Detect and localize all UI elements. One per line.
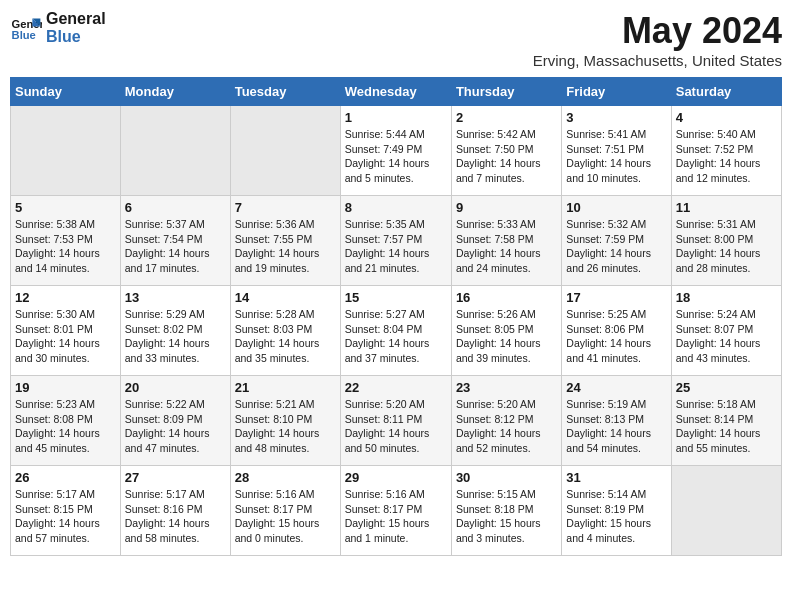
main-title: May 2024 (533, 10, 782, 52)
table-row: 5Sunrise: 5:38 AM Sunset: 7:53 PM Daylig… (11, 196, 121, 286)
day-number: 10 (566, 200, 666, 215)
table-row: 8Sunrise: 5:35 AM Sunset: 7:57 PM Daylig… (340, 196, 451, 286)
table-row: 15Sunrise: 5:27 AM Sunset: 8:04 PM Dayli… (340, 286, 451, 376)
table-row: 14Sunrise: 5:28 AM Sunset: 8:03 PM Dayli… (230, 286, 340, 376)
day-number: 13 (125, 290, 226, 305)
day-number: 1 (345, 110, 447, 125)
day-number: 29 (345, 470, 447, 485)
day-number: 19 (15, 380, 116, 395)
col-header-sunday: Sunday (11, 78, 121, 106)
table-row: 4Sunrise: 5:40 AM Sunset: 7:52 PM Daylig… (671, 106, 781, 196)
table-row: 7Sunrise: 5:36 AM Sunset: 7:55 PM Daylig… (230, 196, 340, 286)
day-number: 26 (15, 470, 116, 485)
day-number: 21 (235, 380, 336, 395)
day-info: Sunrise: 5:25 AM Sunset: 8:06 PM Dayligh… (566, 307, 666, 366)
day-info: Sunrise: 5:41 AM Sunset: 7:51 PM Dayligh… (566, 127, 666, 186)
day-number: 22 (345, 380, 447, 395)
day-info: Sunrise: 5:30 AM Sunset: 8:01 PM Dayligh… (15, 307, 116, 366)
day-number: 30 (456, 470, 557, 485)
day-number: 5 (15, 200, 116, 215)
table-row: 31Sunrise: 5:14 AM Sunset: 8:19 PM Dayli… (562, 466, 671, 556)
day-info: Sunrise: 5:23 AM Sunset: 8:08 PM Dayligh… (15, 397, 116, 456)
table-row (120, 106, 230, 196)
table-row: 3Sunrise: 5:41 AM Sunset: 7:51 PM Daylig… (562, 106, 671, 196)
title-area: May 2024 Erving, Massachusetts, United S… (533, 10, 782, 69)
day-number: 31 (566, 470, 666, 485)
table-row (11, 106, 121, 196)
svg-text:Blue: Blue (12, 29, 36, 41)
day-info: Sunrise: 5:22 AM Sunset: 8:09 PM Dayligh… (125, 397, 226, 456)
day-info: Sunrise: 5:33 AM Sunset: 7:58 PM Dayligh… (456, 217, 557, 276)
day-info: Sunrise: 5:20 AM Sunset: 8:11 PM Dayligh… (345, 397, 447, 456)
table-row: 1Sunrise: 5:44 AM Sunset: 7:49 PM Daylig… (340, 106, 451, 196)
logo: General Blue General Blue (10, 10, 106, 45)
day-info: Sunrise: 5:31 AM Sunset: 8:00 PM Dayligh… (676, 217, 777, 276)
day-info: Sunrise: 5:32 AM Sunset: 7:59 PM Dayligh… (566, 217, 666, 276)
col-header-wednesday: Wednesday (340, 78, 451, 106)
day-number: 27 (125, 470, 226, 485)
day-info: Sunrise: 5:27 AM Sunset: 8:04 PM Dayligh… (345, 307, 447, 366)
day-info: Sunrise: 5:19 AM Sunset: 8:13 PM Dayligh… (566, 397, 666, 456)
table-row: 19Sunrise: 5:23 AM Sunset: 8:08 PM Dayli… (11, 376, 121, 466)
col-header-saturday: Saturday (671, 78, 781, 106)
table-row: 30Sunrise: 5:15 AM Sunset: 8:18 PM Dayli… (451, 466, 561, 556)
day-number: 2 (456, 110, 557, 125)
table-row: 28Sunrise: 5:16 AM Sunset: 8:17 PM Dayli… (230, 466, 340, 556)
day-info: Sunrise: 5:14 AM Sunset: 8:19 PM Dayligh… (566, 487, 666, 546)
calendar-table: SundayMondayTuesdayWednesdayThursdayFrid… (10, 77, 782, 556)
logo-line1: General (46, 10, 106, 28)
table-row: 12Sunrise: 5:30 AM Sunset: 8:01 PM Dayli… (11, 286, 121, 376)
subtitle: Erving, Massachusetts, United States (533, 52, 782, 69)
table-row: 17Sunrise: 5:25 AM Sunset: 8:06 PM Dayli… (562, 286, 671, 376)
day-info: Sunrise: 5:20 AM Sunset: 8:12 PM Dayligh… (456, 397, 557, 456)
table-row: 6Sunrise: 5:37 AM Sunset: 7:54 PM Daylig… (120, 196, 230, 286)
table-row: 9Sunrise: 5:33 AM Sunset: 7:58 PM Daylig… (451, 196, 561, 286)
table-row: 27Sunrise: 5:17 AM Sunset: 8:16 PM Dayli… (120, 466, 230, 556)
day-info: Sunrise: 5:16 AM Sunset: 8:17 PM Dayligh… (235, 487, 336, 546)
logo-icon: General Blue (10, 12, 42, 44)
day-number: 28 (235, 470, 336, 485)
table-row: 26Sunrise: 5:17 AM Sunset: 8:15 PM Dayli… (11, 466, 121, 556)
day-info: Sunrise: 5:36 AM Sunset: 7:55 PM Dayligh… (235, 217, 336, 276)
day-number: 7 (235, 200, 336, 215)
day-number: 16 (456, 290, 557, 305)
col-header-thursday: Thursday (451, 78, 561, 106)
day-number: 11 (676, 200, 777, 215)
day-number: 9 (456, 200, 557, 215)
day-number: 17 (566, 290, 666, 305)
col-header-friday: Friday (562, 78, 671, 106)
header: General Blue General Blue May 2024 Ervin… (10, 10, 782, 69)
table-row: 25Sunrise: 5:18 AM Sunset: 8:14 PM Dayli… (671, 376, 781, 466)
day-info: Sunrise: 5:21 AM Sunset: 8:10 PM Dayligh… (235, 397, 336, 456)
table-row: 20Sunrise: 5:22 AM Sunset: 8:09 PM Dayli… (120, 376, 230, 466)
day-info: Sunrise: 5:16 AM Sunset: 8:17 PM Dayligh… (345, 487, 447, 546)
day-number: 4 (676, 110, 777, 125)
col-header-tuesday: Tuesday (230, 78, 340, 106)
day-number: 8 (345, 200, 447, 215)
table-row: 11Sunrise: 5:31 AM Sunset: 8:00 PM Dayli… (671, 196, 781, 286)
table-row: 2Sunrise: 5:42 AM Sunset: 7:50 PM Daylig… (451, 106, 561, 196)
day-number: 18 (676, 290, 777, 305)
day-info: Sunrise: 5:28 AM Sunset: 8:03 PM Dayligh… (235, 307, 336, 366)
day-info: Sunrise: 5:38 AM Sunset: 7:53 PM Dayligh… (15, 217, 116, 276)
day-info: Sunrise: 5:15 AM Sunset: 8:18 PM Dayligh… (456, 487, 557, 546)
day-info: Sunrise: 5:24 AM Sunset: 8:07 PM Dayligh… (676, 307, 777, 366)
day-number: 12 (15, 290, 116, 305)
table-row: 16Sunrise: 5:26 AM Sunset: 8:05 PM Dayli… (451, 286, 561, 376)
table-row: 18Sunrise: 5:24 AM Sunset: 8:07 PM Dayli… (671, 286, 781, 376)
day-info: Sunrise: 5:26 AM Sunset: 8:05 PM Dayligh… (456, 307, 557, 366)
day-number: 23 (456, 380, 557, 395)
day-number: 24 (566, 380, 666, 395)
table-row: 10Sunrise: 5:32 AM Sunset: 7:59 PM Dayli… (562, 196, 671, 286)
day-info: Sunrise: 5:37 AM Sunset: 7:54 PM Dayligh… (125, 217, 226, 276)
day-info: Sunrise: 5:17 AM Sunset: 8:15 PM Dayligh… (15, 487, 116, 546)
day-info: Sunrise: 5:42 AM Sunset: 7:50 PM Dayligh… (456, 127, 557, 186)
day-info: Sunrise: 5:40 AM Sunset: 7:52 PM Dayligh… (676, 127, 777, 186)
day-number: 25 (676, 380, 777, 395)
table-row: 21Sunrise: 5:21 AM Sunset: 8:10 PM Dayli… (230, 376, 340, 466)
day-number: 20 (125, 380, 226, 395)
day-number: 14 (235, 290, 336, 305)
day-number: 15 (345, 290, 447, 305)
table-row: 24Sunrise: 5:19 AM Sunset: 8:13 PM Dayli… (562, 376, 671, 466)
day-info: Sunrise: 5:44 AM Sunset: 7:49 PM Dayligh… (345, 127, 447, 186)
